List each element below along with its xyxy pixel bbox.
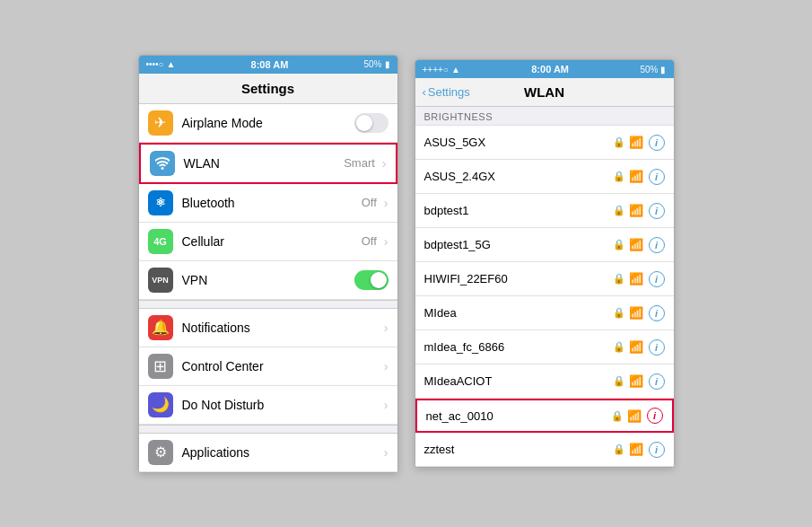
lock-icon: 🔒 [613,239,625,250]
settings-title: Settings [139,74,397,104]
info-icon[interactable]: i [649,169,665,185]
network-icons: 🔒 📶 i [613,271,665,287]
network-bdptest15g[interactable]: bdptest1_5G 🔒 📶 i [415,228,674,262]
settings-section-1: ✈ Airplane Mode WLAN Smart › ⚛ Bluetooth [139,104,397,300]
network-asus5gx[interactable]: ASUS_5GX 🔒 📶 i [415,126,674,160]
left-phone: ••••○ ▲ 8:08 AM 50% ▮ Settings ✈ Airplan… [138,55,398,473]
info-icon[interactable]: i [649,442,665,458]
network-name: bdptest1_5G [424,238,613,251]
network-midea[interactable]: MIdea 🔒 📶 i [415,296,674,330]
wifi-signal-icon: 📶 [629,374,643,388]
lock-icon: 🔒 [613,171,625,182]
info-icon[interactable]: i [649,339,665,356]
wifi-signal-icon: 📶 [627,409,642,423]
network-netac0010[interactable]: net_ac_0010 🔒 📶 i [415,399,674,433]
airplane-toggle[interactable] [354,113,389,133]
info-icon[interactable]: i [649,271,665,287]
left-battery-icon: ▮ [385,59,390,69]
network-icons: 🔒 📶 i [613,169,665,185]
left-wifi-icon: ▲ [167,59,176,69]
notifications-row[interactable]: 🔔 Notifications › [139,309,397,347]
cellular-row[interactable]: 4G Cellular Off › [139,223,397,261]
vpn-icon: VPN [148,268,173,293]
network-mideaaciot[interactable]: MIdeaACIOT 🔒 📶 i [415,365,674,399]
control-icon: ⊞ [148,354,173,379]
network-bdptest1[interactable]: bdptest1 🔒 📶 i [415,194,674,228]
wlan-chevron: › [382,156,387,171]
wifi-signal-icon: 📶 [629,136,643,149]
back-label: Settings [428,85,470,99]
network-list: ASUS_5GX 🔒 📶 i ASUS_2.4GX 🔒 📶 i bdptest1 [415,126,674,467]
network-name: zztest [424,443,613,456]
right-wifi-status: ▲ [451,65,460,75]
lock-icon: 🔒 [613,136,625,148]
wlan-label: WLAN [184,156,345,171]
dnd-label: Do Not Disturb [182,398,380,412]
left-battery-pct: 50% [363,59,381,69]
notifications-chevron: › [384,321,389,335]
vpn-toggle[interactable] [354,270,389,290]
applications-icon: ⚙ [148,440,173,465]
applications-chevron: › [384,445,389,460]
right-battery-pct: 50% [640,65,658,75]
network-hiwifi[interactable]: HIWIFI_22EF60 🔒 📶 i [415,262,674,296]
wifi-signal-icon: 📶 [629,204,643,217]
lock-icon: 🔒 [613,444,625,455]
wifi-signal-icon: 📶 [629,272,643,285]
vpn-row[interactable]: VPN VPN [139,261,397,300]
dnd-chevron: › [384,398,389,412]
wifi-signal-icon: 📶 [629,170,643,183]
right-time: 8:00 AM [531,64,569,75]
left-signal: ••••○ ▲ [146,59,176,69]
divider-2 [139,425,397,434]
notifications-label: Notifications [182,321,380,335]
lock-icon: 🔒 [613,273,625,285]
right-phone: ++++○ ▲ 8:00 AM 50% ▮ ‹ Settings WLAN BR… [415,59,675,468]
back-chevron-icon: ‹ [423,85,426,99]
control-label: Control Center [182,359,380,373]
network-name: ASUS_5GX [424,136,613,149]
left-battery: 50% ▮ [363,59,389,69]
network-name: MIdeaACIOT [424,374,613,388]
network-icons: 🔒 📶 i [613,339,665,356]
info-icon[interactable]: i [649,135,665,151]
lock-icon: 🔒 [611,410,624,422]
lock-icon: 🔒 [613,205,625,216]
info-icon[interactable]: i [649,237,665,253]
bluetooth-label: Bluetooth [182,196,362,210]
network-zztest[interactable]: zztest 🔒 📶 i [415,433,674,467]
right-signal-dots: ++++○ [423,65,449,75]
cellular-icon: 4G [148,229,173,254]
control-chevron: › [384,359,389,373]
settings-section-2: 🔔 Notifications › ⊞ Control Center › 🌙 D… [139,309,397,425]
do-not-disturb-row[interactable]: 🌙 Do Not Disturb › [139,386,397,425]
network-name: MIdea [424,306,613,320]
right-battery-icon: ▮ [660,65,666,75]
network-name: HIWIFI_22EF60 [424,272,613,285]
settings-section-3: ⚙ Applications › [139,434,397,472]
control-center-row[interactable]: ⊞ Control Center › [139,347,397,386]
network-asus24gx[interactable]: ASUS_2.4GX 🔒 📶 i [415,160,674,194]
applications-row[interactable]: ⚙ Applications › [139,434,397,472]
wlan-row[interactable]: WLAN Smart › [139,143,397,184]
network-icons: 🔒 📶 i [613,373,665,390]
info-icon[interactable]: i [649,203,665,219]
network-icons: 🔒 📶 i [613,135,665,151]
screenshot-container: ••••○ ▲ 8:08 AM 50% ▮ Settings ✈ Airplan… [0,0,812,527]
info-icon[interactable]: i [649,305,665,321]
vpn-label: VPN [182,273,354,287]
airplane-mode-row[interactable]: ✈ Airplane Mode [139,104,397,143]
wlan-back-button[interactable]: ‹ Settings [423,85,470,99]
bluetooth-chevron: › [384,196,389,210]
bluetooth-value: Off [362,196,377,209]
info-icon[interactable]: i [649,373,665,390]
wlan-icon [150,151,175,176]
left-status-bar: ••••○ ▲ 8:08 AM 50% ▮ [139,56,397,74]
left-time: 8:08 AM [251,59,289,70]
wifi-signal-icon: 📶 [629,443,643,456]
bluetooth-row[interactable]: ⚛ Bluetooth Off › [139,184,397,223]
info-icon[interactable]: i [647,408,663,424]
divider-1 [139,300,397,309]
network-mideafc[interactable]: mIdea_fc_6866 🔒 📶 i [415,330,674,365]
wlan-nav-header: ‹ Settings WLAN [415,78,674,107]
